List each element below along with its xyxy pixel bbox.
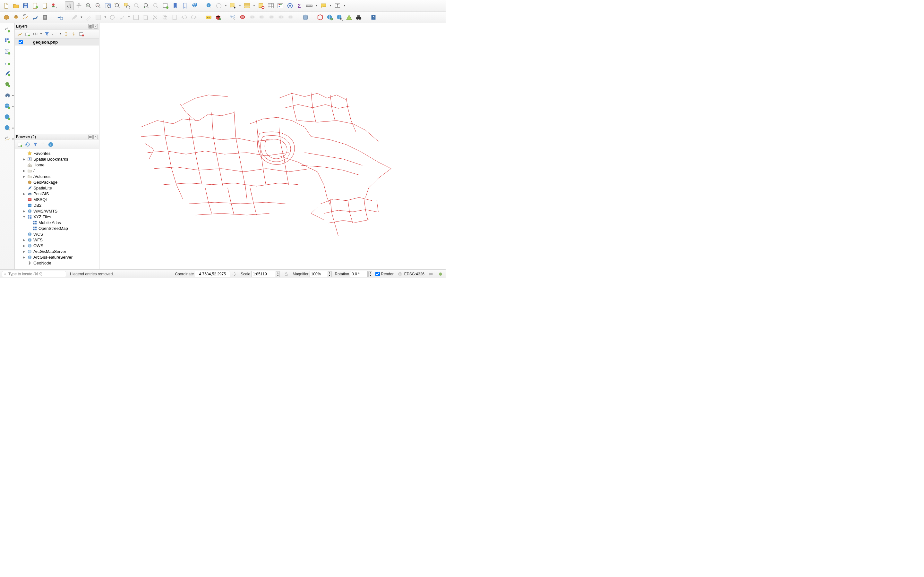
pan-selection-icon[interactable] (74, 1, 83, 10)
dropdown-icon[interactable]: ▼ (103, 16, 107, 19)
browser-tree-item[interactable]: ▼XYZ Tiles (15, 214, 99, 219)
magnifier-stepper[interactable]: ▲▼ (328, 271, 332, 277)
cube-icon[interactable] (214, 13, 223, 22)
browser-tree-item[interactable]: WCS (15, 231, 99, 237)
sigma-icon[interactable]: Σ (295, 1, 304, 10)
zoom-selection-icon[interactable] (123, 1, 132, 10)
browser-tree-item[interactable]: GeoNode (15, 260, 99, 266)
abc-arrow-icon[interactable]: abc (228, 13, 237, 22)
tree-expander-icon[interactable]: ▶ (23, 210, 26, 213)
edit-layer-icon[interactable] (31, 13, 40, 22)
v-line-icon[interactable]: V°▼ (3, 134, 12, 143)
line-layer-icon[interactable]: V° (21, 13, 30, 22)
save-icon[interactable] (21, 1, 30, 10)
lock-icon[interactable] (283, 271, 289, 277)
map-canvas[interactable] (99, 23, 446, 269)
db-icon[interactable] (301, 13, 310, 22)
triangle-icon[interactable] (344, 13, 354, 22)
select-value-icon[interactable] (242, 1, 252, 10)
coord-field[interactable]: 4.7584,52.2975 (195, 271, 230, 277)
browser-tree-item[interactable]: ▶PostGIS (15, 191, 99, 197)
layer-add-icon[interactable] (24, 31, 31, 37)
locator-input[interactable] (8, 272, 65, 276)
new-bookmark-icon[interactable] (171, 1, 180, 10)
browser-tree-item[interactable]: Home (15, 162, 99, 168)
polygon-plus-icon[interactable] (3, 79, 12, 89)
chip-icon[interactable] (40, 13, 49, 22)
rotation-stepper[interactable]: ▲▼ (368, 271, 372, 277)
deselect-icon[interactable] (257, 1, 266, 10)
browser-tree-item[interactable]: ▶/ (15, 168, 99, 173)
panel-undock-icon[interactable]: ◧ (88, 24, 93, 29)
attribute-table-icon[interactable] (266, 1, 275, 10)
identify-icon[interactable]: i (205, 1, 214, 10)
pan-icon[interactable] (65, 1, 74, 10)
elephant-icon[interactable]: ▼ (3, 90, 12, 100)
tree-expander-icon[interactable]: ▶ (23, 250, 26, 253)
funnel-icon[interactable] (44, 31, 50, 37)
vector-grid-icon[interactable] (55, 13, 64, 22)
zoom-native-icon[interactable]: 1:1 (103, 1, 112, 10)
zoom-out-icon[interactable] (94, 1, 103, 10)
layer-item[interactable]: geojson.php (15, 39, 99, 45)
layout-manager-icon[interactable] (40, 1, 49, 10)
pkg-icon[interactable] (2, 13, 11, 22)
globe-download-icon[interactable]: ▼ (3, 123, 12, 133)
browser-refresh-icon[interactable] (24, 141, 31, 148)
browser-tree-item[interactable]: Mobile Atlas (15, 219, 99, 226)
extents-icon[interactable] (231, 271, 237, 277)
field-calc-icon[interactable] (276, 1, 285, 10)
show-bookmarks-icon[interactable] (180, 1, 189, 10)
browser-tree-item[interactable]: ▶ArcGisMapServer (15, 248, 99, 254)
browser-tree-item[interactable]: SpatiaLite (15, 185, 99, 191)
tree-expander-icon[interactable]: ▶ (23, 244, 26, 247)
map-tips-icon[interactable] (319, 1, 328, 10)
tree-expander-icon[interactable]: ▼ (23, 215, 26, 219)
rotation-field[interactable]: 0.0 ° (350, 271, 368, 277)
abc-red-icon[interactable]: abc (238, 13, 247, 22)
globe-arrow-icon[interactable]: ▼ (3, 101, 12, 111)
select-icon[interactable] (228, 1, 237, 10)
crs-icon[interactable] (397, 271, 403, 277)
label-abc-icon[interactable]: abc (204, 13, 213, 22)
layer-visible-checkbox[interactable] (19, 40, 23, 44)
expand-icon[interactable] (63, 31, 69, 37)
render-checkbox[interactable] (375, 272, 380, 276)
remove-layer-icon[interactable] (78, 31, 85, 37)
style-manager-icon[interactable]: a (50, 1, 59, 10)
browser-tree-item[interactable]: ▶WMS/WMTS (15, 208, 99, 214)
browser-tree-item[interactable]: MSSQL (15, 197, 99, 202)
grid-plus-icon[interactable] (3, 36, 12, 45)
zoom-full-icon[interactable] (113, 1, 122, 10)
expr-icon[interactable]: ε (51, 31, 58, 37)
dropdown-icon[interactable]: ▼ (224, 4, 228, 7)
browser-add-icon[interactable] (17, 141, 23, 148)
browser-filter-icon[interactable] (32, 141, 39, 148)
browser-tree-item[interactable]: DB2DB2 (15, 202, 99, 208)
binoc-icon[interactable] (354, 13, 363, 22)
new-layout-icon[interactable]: + (31, 1, 40, 10)
poly-icon[interactable] (11, 13, 21, 22)
browser-tree-item[interactable]: Favorites (15, 150, 99, 156)
browser-tree[interactable]: Favorites▶Spatial BookmarksHome▶/▶/Volum… (15, 149, 99, 269)
tree-expander-icon[interactable]: ▶ (23, 169, 26, 172)
panel-undock-icon[interactable]: ◧ (88, 135, 93, 139)
browser-collapse-icon[interactable] (40, 141, 46, 148)
browser-tree-item[interactable]: ▶ArcGisFeatureServer (15, 254, 99, 260)
tree-expander-icon[interactable]: ▶ (23, 238, 26, 242)
crs-value[interactable]: EPSG:4326 (404, 272, 425, 276)
help-icon[interactable]: ? (369, 13, 378, 22)
browser-tree-item[interactable]: OpenStreetMap (15, 226, 99, 231)
comma-icon[interactable]: , (3, 58, 12, 67)
browser-tree-item[interactable]: ▶OWS (15, 243, 99, 248)
collapse-icon[interactable] (71, 31, 77, 37)
browser-tree-item[interactable]: ▶Spatial Bookmarks (15, 156, 99, 162)
panel-close-icon[interactable]: ✕ (94, 135, 98, 139)
new-project-icon[interactable] (2, 1, 11, 10)
dropdown-icon[interactable]: ▼ (127, 16, 131, 19)
scale-stepper[interactable]: ▲▼ (276, 271, 280, 277)
tree-expander-icon[interactable]: ▶ (23, 192, 26, 195)
magnifier-field[interactable]: 100% (310, 271, 327, 277)
browser-tree-item[interactable]: GeoPackage (15, 179, 99, 185)
layer-open-icon[interactable] (17, 31, 23, 37)
